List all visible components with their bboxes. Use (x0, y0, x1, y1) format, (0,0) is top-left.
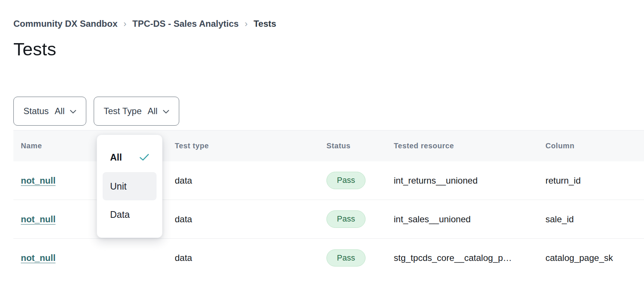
test-name-link[interactable]: not_null (21, 253, 55, 263)
test-type-filter-label: Test Type (104, 106, 142, 116)
breadcrumb-separator-icon: › (245, 19, 248, 28)
breadcrumb-separator-icon: › (123, 19, 126, 28)
table-row: not_null data Pass stg_tpcds_core__catal… (13, 239, 644, 277)
test-name-link[interactable]: not_null (21, 214, 55, 224)
breadcrumb-item-tests: Tests (254, 19, 276, 29)
breadcrumb-item-project[interactable]: Community DX Sandbox (13, 19, 117, 29)
tested-resource-cell: stg_tpcds_core__catalog_p… (394, 253, 545, 263)
test-type-filter-button[interactable]: Test Type All (94, 97, 179, 126)
test-type-filter-value: All (148, 106, 158, 116)
column-header-test-type: Test type (175, 142, 326, 150)
column-cell: sale_id (545, 214, 644, 225)
status-filter-value: All (55, 106, 65, 116)
chevron-down-icon (70, 110, 76, 114)
test-type-cell: data (175, 253, 326, 263)
status-badge: Pass (326, 210, 366, 228)
status-badge: Pass (326, 172, 366, 189)
column-cell: catalog_page_sk (545, 253, 644, 263)
test-type-cell: data (175, 214, 326, 225)
breadcrumb: Community DX Sandbox › TPC-DS - Sales An… (13, 19, 644, 29)
dropdown-option-all[interactable]: All (103, 144, 157, 171)
dropdown-option-label: Data (110, 209, 130, 220)
chevron-down-icon (163, 110, 169, 114)
column-cell: return_id (545, 175, 644, 186)
page-title: Tests (13, 39, 644, 59)
test-name-link[interactable]: not_null (21, 175, 55, 185)
status-badge: Pass (326, 249, 366, 267)
tested-resource-cell: int_returns__unioned (394, 175, 545, 186)
dropdown-option-data[interactable]: Data (103, 200, 157, 229)
dropdown-option-label: Unit (110, 181, 126, 192)
status-filter-button[interactable]: Status All (13, 97, 86, 126)
filter-bar: Status All Test Type All (13, 97, 644, 126)
dropdown-option-label: All (110, 152, 122, 163)
dropdown-option-unit[interactable]: Unit (103, 172, 157, 200)
column-header-column: Column (545, 142, 644, 150)
test-type-cell: data (175, 175, 326, 186)
test-type-dropdown-menu: All Unit Data (97, 135, 162, 238)
status-filter-label: Status (23, 106, 49, 116)
checkmark-icon (139, 154, 149, 161)
column-header-status: Status (326, 142, 394, 150)
breadcrumb-item-environment[interactable]: TPC-DS - Sales Analytics (132, 19, 239, 29)
tested-resource-cell: int_sales__unioned (394, 214, 545, 225)
column-header-tested-resource: Tested resource (394, 142, 545, 150)
